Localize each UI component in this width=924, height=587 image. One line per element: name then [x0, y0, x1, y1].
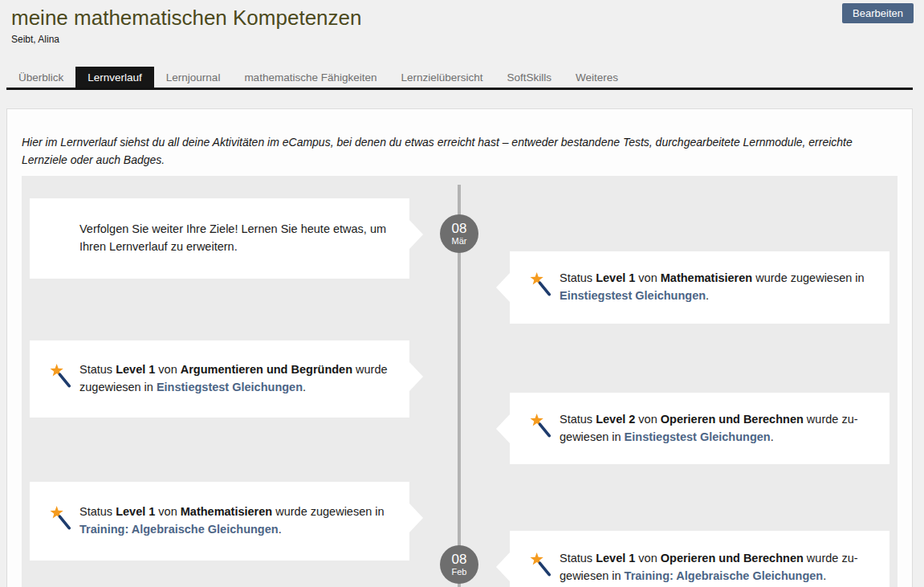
card-bold-text: Level 1: [596, 271, 635, 284]
wand-icon: [49, 506, 73, 530]
timeline-card: Status Level 1 von Operieren und Berechn…: [510, 531, 889, 587]
card-bold-text: Operieren und Berechnen: [661, 552, 804, 565]
tab-weiteres[interactable]: Weiteres: [564, 67, 630, 88]
timeline-card: Status Level 1 von Argumentieren und Beg…: [30, 340, 409, 418]
card-message: Status Level 2 von Operieren und Berechn…: [560, 411, 870, 446]
card-link[interactable]: Einstiegstest Gleichungen: [157, 381, 303, 393]
card-arrow: [409, 503, 423, 532]
tab-softskills[interactable]: SoftSkills: [495, 67, 564, 88]
wand-icon: [529, 414, 553, 438]
wand-icon: [529, 272, 553, 296]
timeline-card: Status Level 1 von Mathematisieren wurde…: [30, 482, 409, 561]
card-bold-text: Operieren und Berechnen: [661, 413, 804, 426]
edit-button[interactable]: Bearbeiten: [842, 3, 914, 23]
card-arrow: [409, 220, 423, 249]
card-message: Verfolgen Sie weiter Ihre Ziele! Lernen …: [79, 221, 390, 256]
tab-lernzielübersicht[interactable]: Lernzielübersicht: [389, 67, 495, 88]
badge-day: 08: [440, 222, 478, 236]
card-text: von: [155, 505, 180, 518]
card-text: wurde zugewiesen in: [272, 505, 384, 518]
card-bold-text: Level 2: [596, 413, 635, 426]
card-arrow: [496, 414, 510, 443]
badge-month: Feb: [440, 567, 478, 577]
card-text: von: [635, 271, 660, 284]
card-text: .: [706, 289, 709, 302]
card-link[interactable]: Einstiegstest Gleichungen: [560, 289, 706, 302]
card-arrow: [496, 273, 510, 302]
card-text: .: [771, 430, 774, 443]
card-text: .: [303, 381, 306, 393]
card-message: Status Level 1 von Mathematisieren wurde…: [79, 503, 390, 539]
card-text: von: [635, 413, 660, 426]
card-message: Status Level 1 von Operieren und Berechn…: [560, 550, 870, 585]
tab-lernjournal[interactable]: Lernjournal: [154, 67, 233, 88]
card-link[interactable]: Training: Algebraische Gleichungen: [79, 523, 279, 536]
timeline-date-badge: 08Feb: [440, 545, 478, 584]
card-bold-text: Argumentieren und Begründen: [181, 363, 352, 376]
card-text: Verfolgen Sie weiter Ihre Ziele! Lernen …: [79, 222, 386, 253]
card-text: von: [155, 363, 180, 376]
card-text: Status: [79, 363, 116, 376]
tab-überblick[interactable]: Überblick: [6, 67, 75, 88]
tab-mathematische-fähigkeiten[interactable]: mathematische Fähigkeiten: [232, 67, 389, 88]
card-bold-text: Level 1: [116, 505, 155, 518]
badge-month: Mär: [440, 236, 478, 247]
timeline-date-badge: 08Mär: [440, 214, 478, 253]
wand-icon: [49, 364, 73, 388]
badge-day: 08: [440, 552, 478, 567]
wand-icon: [529, 552, 553, 577]
card-arrow: [409, 362, 423, 391]
timeline-card: Status Level 1 von Mathematisieren wurde…: [510, 251, 889, 324]
card-text: .: [823, 569, 826, 582]
card-text: .: [279, 523, 282, 536]
card-link[interactable]: Einstiegstest Gleichungen: [625, 430, 771, 443]
card-message: Status Level 1 von Argumentieren und Beg…: [79, 361, 390, 397]
card-text: Status: [560, 413, 596, 426]
card-arrow: [496, 552, 510, 581]
tab-lernverlauf[interactable]: Lernverlauf: [75, 67, 154, 88]
card-message: Status Level 1 von Mathematisieren wurde…: [560, 270, 870, 305]
content-panel: Hier im Lernverlauf siehst du all deine …: [6, 108, 913, 587]
card-text: Status: [560, 552, 596, 565]
card-bold-text: Level 1: [596, 552, 635, 565]
tab-bar: ÜberblickLernverlaufLernjournalmathemati…: [6, 67, 913, 90]
card-text: Status: [79, 505, 116, 518]
card-text: wurde zugewiesen in: [752, 271, 864, 284]
card-link[interactable]: Training: Algebraische Gleichungen: [625, 569, 824, 582]
page-title: meine mathematischen Kompetenzen: [0, 0, 924, 31]
timeline-card: Verfolgen Sie weiter Ihre Ziele! Lernen …: [30, 198, 409, 279]
card-bold-text: Level 1: [116, 363, 155, 376]
card-bold-text: Mathematisieren: [181, 505, 272, 518]
page-subtitle: Seibt, Alina: [0, 31, 924, 45]
card-text: von: [635, 552, 660, 565]
timeline-card: Status Level 2 von Operieren und Berechn…: [510, 393, 889, 464]
intro-text: Hier im Lernverlauf siehst du all deine …: [22, 134, 898, 169]
card-text: Status: [560, 271, 596, 284]
card-bold-text: Mathematisieren: [661, 271, 752, 284]
timeline: 08Mär08FebVerfolgen Sie weiter Ihre Ziel…: [22, 176, 898, 587]
